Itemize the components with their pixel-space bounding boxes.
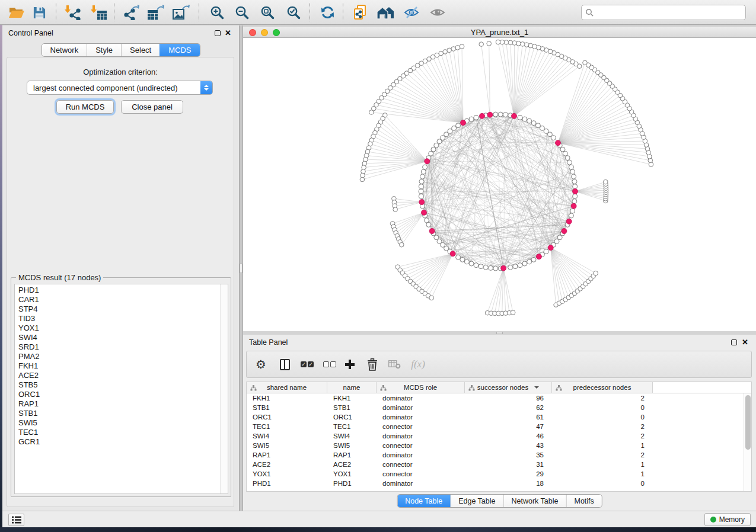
graph-node[interactable] bbox=[522, 117, 527, 121]
graph-node[interactable] bbox=[469, 117, 474, 121]
graph-leaf-node[interactable] bbox=[460, 44, 464, 49]
table-cell[interactable]: dominator bbox=[377, 414, 465, 421]
graph-leaf-node[interactable] bbox=[524, 43, 529, 47]
close-panel-icon[interactable]: ✕ bbox=[742, 339, 748, 345]
graph-leaf-node[interactable] bbox=[594, 271, 598, 275]
zoom-in-icon[interactable] bbox=[206, 2, 228, 23]
graph-node[interactable] bbox=[479, 264, 483, 269]
table-cell[interactable]: 43 bbox=[465, 442, 552, 449]
graph-hub-node[interactable] bbox=[487, 112, 493, 117]
table-cell[interactable]: 0 bbox=[552, 414, 653, 421]
graph-leaf-node[interactable] bbox=[521, 42, 525, 47]
float-panel-icon[interactable] bbox=[731, 339, 737, 345]
add-icon[interactable] bbox=[343, 351, 357, 377]
network-canvas[interactable] bbox=[243, 38, 756, 331]
graph-node[interactable] bbox=[540, 126, 544, 130]
graph-leaf-node[interactable] bbox=[400, 242, 404, 247]
graph-node[interactable] bbox=[570, 209, 575, 213]
mcds-result-item[interactable]: ACE2 bbox=[15, 371, 219, 380]
graph-node[interactable] bbox=[527, 118, 532, 123]
table-row[interactable]: PHD1PHD1dominator180 bbox=[247, 479, 744, 488]
graph-node[interactable] bbox=[518, 263, 522, 268]
graph-hub-node[interactable] bbox=[566, 219, 572, 224]
table-row[interactable]: TEC1TEC1connector472 bbox=[247, 422, 744, 431]
table-row[interactable]: RAP1RAP1dominator352 bbox=[247, 450, 744, 460]
graph-node[interactable] bbox=[425, 218, 429, 223]
export-image-icon[interactable] bbox=[170, 2, 192, 23]
graph-node[interactable] bbox=[531, 257, 536, 262]
graph-node[interactable] bbox=[570, 169, 575, 174]
table-cell[interactable]: ORC1 bbox=[327, 414, 377, 421]
table-cell[interactable]: SWI4 bbox=[247, 432, 327, 440]
table-cell[interactable]: 2 bbox=[552, 395, 653, 402]
table-cell[interactable]: dominator bbox=[377, 451, 465, 459]
memory-button[interactable]: Memory bbox=[704, 513, 751, 526]
graph-node[interactable] bbox=[560, 147, 565, 152]
tab-network-table[interactable]: Network Table bbox=[503, 495, 566, 507]
graph-hub-node[interactable] bbox=[419, 200, 425, 205]
table-cell[interactable]: RAP1 bbox=[327, 451, 377, 459]
graph-leaf-node[interactable] bbox=[583, 60, 588, 65]
close-panel-button[interactable]: Close panel bbox=[121, 100, 183, 114]
graph-node[interactable] bbox=[544, 249, 548, 254]
mcds-result-item[interactable]: RAP1 bbox=[15, 399, 219, 409]
graph-node[interactable] bbox=[513, 264, 518, 269]
graph-node[interactable] bbox=[569, 213, 573, 218]
graph-node[interactable] bbox=[489, 265, 493, 270]
tab-select[interactable]: Select bbox=[121, 44, 160, 56]
settings-icon[interactable]: ⚙ bbox=[254, 351, 268, 377]
graph-node[interactable] bbox=[508, 265, 513, 270]
graph-node[interactable] bbox=[572, 174, 576, 179]
deselect-all-icon[interactable] bbox=[321, 351, 338, 377]
zoom-out-icon[interactable] bbox=[231, 2, 253, 23]
show-details-icon[interactable] bbox=[427, 2, 448, 23]
graph-node[interactable] bbox=[573, 194, 578, 198]
split-handle[interactable] bbox=[240, 264, 243, 273]
mcds-result-item[interactable]: FKH1 bbox=[15, 361, 219, 371]
mcds-result-item[interactable]: SWI5 bbox=[15, 418, 219, 428]
graph-node[interactable] bbox=[572, 199, 577, 204]
table-cell[interactable]: 29 bbox=[465, 470, 552, 477]
table-cell[interactable]: FKH1 bbox=[327, 395, 377, 402]
table-cell[interactable]: SWI4 bbox=[327, 432, 377, 440]
mcds-result-item[interactable]: GCR1 bbox=[15, 437, 219, 447]
graph-node[interactable] bbox=[474, 263, 479, 268]
network-overview-icon[interactable] bbox=[375, 2, 396, 23]
graph-leaf-node[interactable] bbox=[429, 296, 434, 300]
graph-hub-node[interactable] bbox=[429, 229, 435, 234]
table-cell[interactable]: PHD1 bbox=[327, 480, 377, 487]
table-cell[interactable]: 18 bbox=[465, 480, 552, 487]
graph-node[interactable] bbox=[456, 123, 461, 128]
select-all-icon[interactable]: ✓✓ bbox=[299, 351, 315, 377]
graph-node[interactable] bbox=[421, 169, 426, 174]
column-header-successor-nodes[interactable]: successor nodes bbox=[465, 382, 552, 393]
mcds-result-item[interactable]: SWI4 bbox=[15, 333, 219, 342]
graph-hub-node[interactable] bbox=[536, 254, 541, 259]
graph-node[interactable] bbox=[464, 259, 469, 264]
table-cell[interactable]: PHD1 bbox=[247, 480, 327, 487]
graph-leaf-node[interactable] bbox=[360, 177, 365, 182]
graph-leaf-node[interactable] bbox=[451, 47, 456, 52]
table-row[interactable]: ORC1ORC1dominator610 bbox=[247, 412, 744, 422]
graph-node[interactable] bbox=[527, 259, 532, 264]
tab-motifs[interactable]: Motifs bbox=[566, 495, 601, 507]
zoom-selected-icon[interactable] bbox=[283, 2, 304, 23]
graph-node[interactable] bbox=[498, 112, 503, 117]
table-cell[interactable]: RAP1 bbox=[247, 451, 327, 459]
table-row[interactable]: YOX1YOX1connector291 bbox=[247, 469, 744, 479]
table-cell[interactable]: dominator bbox=[377, 404, 465, 411]
graph-hub-node[interactable] bbox=[562, 229, 567, 234]
graph-node[interactable] bbox=[429, 151, 433, 156]
import-table-icon[interactable] bbox=[88, 2, 109, 23]
hide-details-icon[interactable] bbox=[401, 2, 422, 23]
table-cell[interactable]: 2 bbox=[552, 451, 653, 459]
mcds-result-item[interactable]: SRD1 bbox=[15, 342, 219, 352]
graph-node[interactable] bbox=[535, 123, 540, 128]
graph-node[interactable] bbox=[531, 121, 536, 126]
graph-hub-node[interactable] bbox=[571, 203, 576, 209]
table-row[interactable]: SWI5SWI5connector431 bbox=[247, 441, 744, 450]
mcds-result-item[interactable]: STB1 bbox=[15, 409, 219, 418]
mcds-result-item[interactable]: PMA2 bbox=[15, 352, 219, 361]
sort-chevron-icon[interactable] bbox=[534, 386, 539, 389]
column-header-name[interactable]: name bbox=[327, 382, 377, 393]
